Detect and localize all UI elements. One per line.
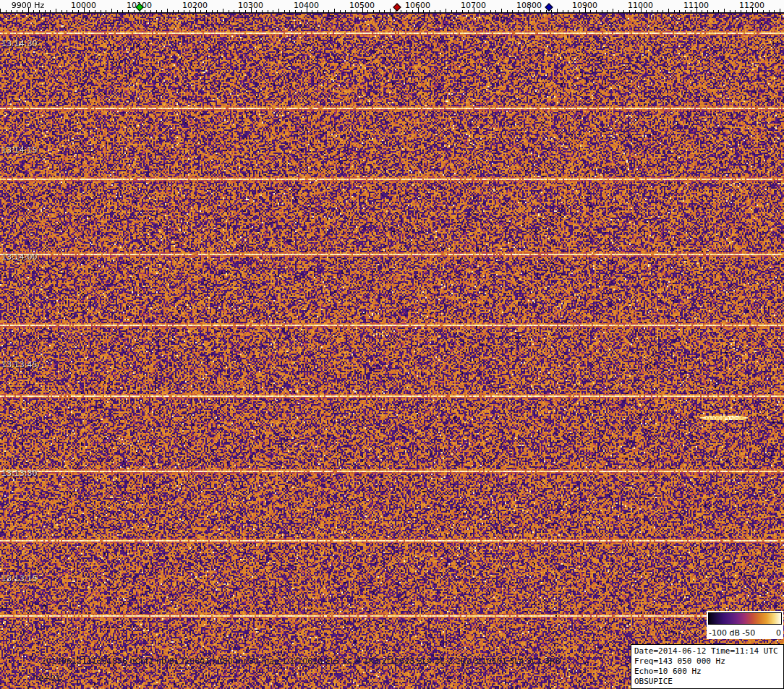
colorbar-labels: -100 dB -50 0 [707,628,783,638]
ruler-tick [22,10,23,12]
info-date-line: Date=2014-06-12 Time=11:14 UTC [634,646,780,656]
ruler-tick [763,10,764,12]
ruler-tick [707,10,708,12]
freq-tick-label: 10900 [572,1,597,10]
colorbar: -100 dB -50 0 [707,611,783,639]
ruler-tick [295,10,296,12]
freq-tick-label: 11100 [683,1,709,10]
ruler-tick [718,10,719,12]
ruler-tick [284,10,285,12]
freq-tick-label: 10500 [349,1,375,10]
ruler-tick [668,9,669,12]
ruler-tick [602,10,602,12]
ruler-tick [780,9,780,12]
time-label: 13:14:30 [1,39,37,48]
freq-tick-label: 10000 [71,1,96,10]
ruler-tick [217,10,218,12]
ruler-tick [345,10,346,12]
ruler-tick [373,10,374,12]
ruler-tick [323,10,324,12]
time-label: 13:13:45 [1,360,37,369]
ruler-tick [357,10,357,12]
ruler-tick [662,10,663,12]
ruler-tick [334,9,335,12]
ruler-tick [769,10,770,12]
ruler-tick [406,10,407,12]
freq-tick-label: 10600 [405,1,430,10]
ruler-tick [6,10,7,12]
ruler-tick [351,10,351,12]
ruler-tick [451,10,452,12]
ruler-tick [563,10,563,12]
ruler-tick [245,10,246,12]
ruler-tick [652,10,652,12]
ruler-tick [128,10,129,12]
ruler-tick [89,10,90,12]
info-echo-line: Echo=10 600 Hz [634,667,780,677]
ruler-tick [512,10,513,12]
colorbar-mid-label: -50 [742,628,755,638]
marker-diamond-red[interactable] [393,3,401,11]
ruler-tick [713,10,714,12]
ruler-tick [45,10,46,12]
freq-tick-label: 10700 [461,1,486,10]
ruler-tick [401,10,401,12]
ruler-tick [106,10,106,12]
ruler-tick [607,10,608,12]
ruler-tick [122,10,123,12]
ruler-tick [574,10,574,12]
ruler-tick [485,10,485,12]
ruler-tick [50,10,51,12]
freq-tick-label: 10400 [294,1,319,10]
time-label: 13:14:00 [1,252,37,262]
detection-annotation: 20140612111301856 hCnt1 nb-81 f10601 hit… [41,656,561,666]
ruler-tick [429,10,430,12]
ruler-tick [446,9,446,12]
ruler-tick [39,10,40,12]
ruler-tick [507,10,508,12]
ruler-tick [111,9,112,12]
ruler-tick [367,10,368,12]
ruler-tick [468,10,469,12]
ruler-tick [735,10,736,12]
ruler-tick [145,10,145,12]
ruler-tick [518,10,519,12]
ruler-tick [435,10,435,12]
ruler-tick [206,10,207,12]
ruler-tick [268,10,268,12]
ruler-tick [524,10,524,12]
ruler-tick [134,10,135,12]
ruler-tick [440,10,440,12]
observation-info-box: Date=2014-06-12 Time=11:14 UTC Freq=143 … [631,644,784,689]
ruler-tick [557,9,558,12]
ruler-tick [757,10,758,12]
ruler-tick [101,10,101,12]
ruler-tick [774,10,775,12]
ruler-tick [262,10,263,12]
time-label: 13:13:15 [1,574,37,583]
ruler-tick [117,10,118,12]
ruler-tick [318,10,318,12]
ruler-tick [0,9,1,12]
ruler-tick [289,10,290,12]
ruler-tick [150,10,151,12]
waterfall-display[interactable] [0,14,784,689]
ruler-tick [234,10,234,12]
ruler-tick [17,10,17,12]
ruler-tick [273,10,273,12]
freq-tick-label: 10300 [238,1,263,10]
ruler-tick [618,10,619,12]
ruler-tick [390,9,391,12]
ruler-tick [501,9,502,12]
ruler-tick [423,10,424,12]
ruler-tick [551,10,552,12]
ruler-tick [495,10,496,12]
ruler-tick [456,10,457,12]
ruler-tick [741,10,741,12]
ruler-tick [278,9,279,12]
ruler-tick [173,10,174,12]
ruler-tick [229,10,229,12]
ruler-tick [301,10,302,12]
colorbar-min-label: -100 dB [709,628,740,638]
ruler-tick [78,10,79,12]
